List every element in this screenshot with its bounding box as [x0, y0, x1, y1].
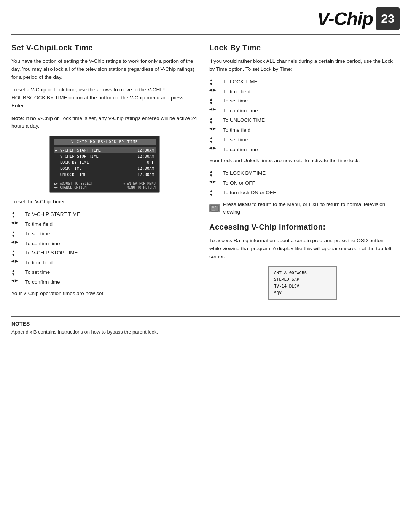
note-text: If no V-Chip or Lock time is set, any V-… [11, 115, 197, 129]
step-2-text: To time field [25, 220, 53, 228]
step-4-text: To confirm time [25, 240, 60, 248]
ud-arrow-icon-l3: ▲▼ [209, 97, 220, 105]
lr-arrow-icon-l8: ◀▶ [209, 146, 220, 150]
step-2: ◀▶ To time field [11, 220, 198, 228]
notes-text: Appendix B contains instructions on how … [11, 329, 400, 335]
step-4: ◀▶ To confirm time [11, 240, 198, 248]
svg-rect-0 [210, 205, 219, 211]
lock-step-3: ▲▼ To set time [209, 97, 396, 105]
timer-label: To set the V-Chip Timer: [11, 198, 198, 206]
lock-para: If you would rather block ALL channels d… [209, 58, 396, 73]
ud-arrow-icon-5: ▲▼ [11, 249, 22, 257]
timer-end-text: Your V-Chip operation times are now set. [11, 290, 198, 298]
access-para: To access Rating information about a cer… [209, 237, 396, 261]
ud-arrow-icon-3: ▲▼ [11, 230, 22, 238]
lock-step-2: ◀▶ To time field [209, 88, 396, 96]
lr-arrow-icon-2: ◀▶ [11, 221, 22, 225]
ud-arrow-icon-l5: ▲▼ [209, 117, 220, 125]
menu-remote-icon [209, 204, 220, 212]
lr-arrow-icon-4: ◀▶ [11, 240, 22, 244]
lr-arrow-icon-6: ◀▶ [11, 259, 22, 263]
svg-rect-3 [215, 208, 216, 208]
osd-line-1: ANT-A 002WCBS [274, 270, 331, 276]
menu-row-4: LOCK TIME 12:00AM [54, 165, 156, 171]
act-step-2: ◀▶ To ON or OFF [209, 179, 396, 187]
access-section-title: Accessing V-Chip Information: [209, 223, 396, 232]
lock-step-1: ▲▼ To LOCK TIME [209, 78, 396, 86]
step-1: ▲▼ To V-CHIP START TIME [11, 211, 198, 219]
lock-activate-list: ▲▼ To LOCK BY TIME ◀▶ To ON or OFF ▲▼ To… [209, 169, 396, 197]
ud-arrow-icon-l7: ▲▼ [209, 136, 220, 144]
page-header: V-Chip 23 [0, 0, 411, 30]
lock-step-6-text: To time field [223, 126, 250, 134]
left-para1: You have the option of setting the V-Chi… [11, 58, 198, 81]
menu-row-2: V-CHIP STOP TIME 12:00AM [54, 153, 156, 159]
step-7-text: To set time [25, 268, 50, 276]
lock-step-5-text: To UNLOCK TIME [223, 117, 265, 124]
notes-section: NOTES Appendix B contains instructions o… [11, 316, 400, 337]
lr-arrow-icon-a2: ◀▶ [209, 180, 220, 184]
note-label: Note: [11, 115, 25, 121]
lock-section-title: Lock By Time [209, 43, 396, 52]
step-1-text: To V-CHIP START TIME [25, 211, 80, 218]
main-content: Set V-Chip/Lock Time You have the option… [0, 35, 411, 305]
left-section-title: Set V-Chip/Lock Time [11, 43, 198, 52]
act-step-3: ▲▼ To turn lock ON or OFF [209, 189, 396, 197]
left-para2: To set a V-Chip or Lock time, use the ar… [11, 86, 198, 110]
act-step-3-text: To turn lock ON or OFF [223, 189, 276, 197]
lock-mid-text: Your Lock and Unlock times are now set. … [209, 157, 396, 165]
lock-step-6: ◀▶ To time field [209, 126, 396, 134]
osd-line-2: STEREO SAP [274, 276, 331, 283]
lock-step-8: ◀▶ To confirm time [209, 146, 396, 153]
page-title: V-Chip [317, 8, 376, 29]
menu-note-box: Press MENU to return to the Menu, or EXI… [209, 201, 396, 216]
act-step-2-text: To ON or OFF [223, 179, 255, 187]
lock-step-1-text: To LOCK TIME [223, 78, 258, 86]
svg-rect-1 [212, 206, 214, 208]
lock-step-7: ▲▼ To set time [209, 136, 396, 144]
osd-line-4: SQV [274, 290, 331, 297]
step-5-text: To V-CHIP STOP TIME [25, 249, 78, 257]
lr-arrow-icon-l2: ◀▶ [209, 88, 220, 92]
lr-arrow-icon-l4: ◀▶ [209, 107, 220, 111]
step-5: ▲▼ To V-CHIP STOP TIME [11, 249, 198, 257]
act-step-1-text: To LOCK BY TIME [223, 169, 266, 177]
ud-arrow-icon-a1: ▲▼ [209, 170, 220, 177]
title-box: V-Chip 23 [317, 7, 400, 30]
step-8: ◀▶ To confirm time [11, 278, 198, 286]
step-3-text: To set time [25, 230, 50, 238]
step-7: ▲▼ To set time [11, 268, 198, 276]
ud-arrow-icon-a3: ▲▼ [209, 189, 220, 197]
svg-rect-5 [212, 210, 215, 211]
menu-footer: ▲▼ ADJUST TO SELECT◄► CHANGE OPTION ◄ EN… [54, 180, 156, 189]
act-step-1: ▲▼ To LOCK BY TIME [209, 169, 396, 177]
step-6: ◀▶ To time field [11, 259, 198, 267]
lr-arrow-icon-8: ◀▶ [11, 279, 22, 283]
lock-steps-list: ▲▼ To LOCK TIME ◀▶ To time field ▲▼ To s… [209, 78, 396, 153]
ud-arrow-icon-l1: ▲▼ [209, 78, 220, 86]
step-3: ▲▼ To set time [11, 230, 198, 238]
step-6-text: To time field [25, 259, 53, 267]
lock-step-8-text: To confirm time [223, 146, 258, 153]
step-8-text: To confirm time [25, 278, 60, 286]
osd-display-box: ANT-A 002WCBS STEREO SAP TV-14 DLSV SQV [268, 266, 337, 300]
lock-step-4: ◀▶ To confirm time [209, 107, 396, 115]
osd-line-3: TV-14 DLSV [274, 283, 331, 290]
lock-step-2-text: To time field [223, 88, 250, 96]
menu-note-text: Press MENU to return to the Menu, or EXI… [223, 201, 396, 216]
lock-step-3-text: To set time [223, 97, 248, 105]
notes-title: NOTES [11, 321, 400, 327]
lock-step-5: ▲▼ To UNLOCK TIME [209, 117, 396, 125]
ud-arrow-icon-7: ▲▼ [11, 269, 22, 276]
svg-rect-2 [215, 206, 216, 207]
lr-arrow-icon-l6: ◀▶ [209, 127, 220, 131]
left-note: Note: If no V-Chip or Lock time is set, … [11, 115, 198, 131]
timer-steps-list: ▲▼ To V-CHIP START TIME ◀▶ To time field… [11, 211, 198, 286]
right-column: Lock By Time If you would rather block A… [209, 43, 396, 305]
ud-arrow-icon-1: ▲▼ [11, 211, 22, 219]
menu-row-5: UNLOCK TIME 12:00AM [54, 171, 156, 177]
vchip-menu-image: V-CHIP HOURS/LOCK BY TIME ► V-CHIP START… [49, 136, 160, 193]
page-number: 23 [376, 7, 400, 30]
menu-row-1: ► V-CHIP START TIME 12:00AM [54, 147, 156, 153]
menu-row-3: LOCK BY TIME OFF [54, 159, 156, 165]
